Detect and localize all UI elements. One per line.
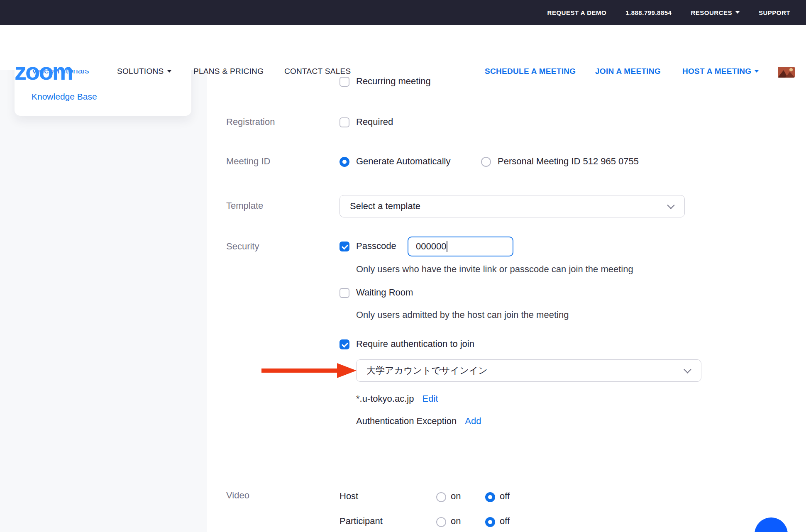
passcode-input[interactable]: 000000 [408,237,513,256]
meeting-id-generate-radio[interactable] [339,157,349,167]
host-meeting-menu[interactable]: HOST A MEETING [682,67,759,76]
template-select-value: Select a template [350,201,420,212]
video-host-on-label: on [451,491,461,502]
phone-label: 1.888.799.8854 [625,9,672,16]
auth-method-value: 大学アカウントでサインイン [366,364,488,377]
top-utility-bar: REQUEST A DEMO 1.888.799.8854 RESOURCES … [0,0,806,25]
nav-plans-pricing-label: PLANS & PRICING [193,67,264,76]
section-divider [339,462,789,462]
profile-avatar[interactable] [778,67,795,78]
join-meeting-link[interactable]: JOIN A MEETING [595,67,661,76]
nav-plans-pricing[interactable]: PLANS & PRICING [193,67,264,76]
passcode-label: Passcode [356,241,396,251]
main-header: zoom SOLUTIONS PLANS & PRICING CONTACT S… [0,25,806,70]
video-participant-off-radio[interactable] [485,517,495,527]
chevron-down-icon [755,70,759,73]
text-cursor [447,241,447,252]
security-label: Security [226,241,259,252]
require-auth-checkbox[interactable] [339,339,349,349]
video-host-label: Host [339,491,358,502]
resources-menu[interactable]: RESOURCES [691,9,740,16]
video-host-off-radio[interactable] [485,492,495,502]
schedule-meeting-link[interactable]: SCHEDULE A MEETING [485,67,576,76]
chevron-down-icon [684,366,691,373]
support-label: SUPPORT [759,9,790,16]
recurring-meeting-checkbox[interactable] [339,77,349,87]
meeting-id-label: Meeting ID [226,156,270,167]
recurring-meeting-label: Recurring meeting [356,76,431,87]
template-label: Template [226,200,263,211]
auth-domain-value: *.u-tokyo.ac.jp [356,393,414,404]
request-demo-label: REQUEST A DEMO [547,9,607,16]
auth-domain-edit-link[interactable]: Edit [423,393,438,404]
video-participant-on-radio[interactable] [436,517,446,527]
support-link[interactable]: SUPPORT [759,9,790,16]
nav-solutions-label: SOLUTIONS [117,67,164,76]
schedule-meeting-label: SCHEDULE A MEETING [485,67,576,76]
auth-exception-add-link[interactable]: Add [465,416,481,426]
nav-contact-sales[interactable]: CONTACT SALES [284,67,351,76]
sidebar-link-knowledge-base[interactable]: Knowledge Base [32,92,97,102]
video-host-on-radio[interactable] [436,492,446,502]
require-auth-label: Require authentication to join [356,339,474,349]
template-select[interactable]: Select a template [339,195,685,217]
waiting-room-label: Waiting Room [356,287,413,298]
nav-contact-sales-label: CONTACT SALES [284,67,351,76]
nav-solutions[interactable]: SOLUTIONS [117,67,171,76]
meeting-id-personal-radio[interactable] [481,157,491,167]
auth-domain-row: *.u-tokyo.ac.jp Edit [356,393,438,404]
zoom-logo[interactable]: zoom [15,60,72,83]
video-participant-on-label: on [451,516,461,527]
join-meeting-label: JOIN A MEETING [595,67,661,76]
meeting-id-personal-label: Personal Meeting ID 512 965 0755 [498,156,639,167]
chevron-down-icon [667,201,674,209]
registration-required-label: Required [356,117,393,127]
meeting-id-generate-label: Generate Automatically [356,156,450,167]
auth-exception-row: Authentication Exception Add [356,416,481,427]
auth-exception-label: Authentication Exception [356,416,457,426]
waiting-room-checkbox[interactable] [339,288,349,298]
video-participant-label: Participant [339,516,383,527]
registration-required-checkbox[interactable] [339,117,349,127]
waiting-room-helper-text: Only users admitted by the host can join… [356,310,569,320]
passcode-checkbox[interactable] [339,242,349,251]
red-arrow-annotation [261,363,357,378]
phone-number[interactable]: 1.888.799.8854 [625,9,672,16]
video-participant-off-label: off [500,516,510,527]
passcode-value: 000000 [416,241,446,252]
host-meeting-label: HOST A MEETING [682,67,751,76]
help-chat-button[interactable] [755,517,788,532]
passcode-helper-text: Only users who have the invite link or p… [356,264,633,275]
registration-label: Registration [226,117,275,127]
chevron-down-icon [167,70,171,73]
request-demo-link[interactable]: REQUEST A DEMO [547,9,607,16]
avatar-image [778,67,795,78]
video-host-off-label: off [500,491,510,502]
chevron-down-icon [735,11,740,14]
video-label: Video [226,490,249,501]
auth-method-select[interactable]: 大学アカウントでサインイン [356,359,701,382]
resources-label: RESOURCES [691,9,732,16]
